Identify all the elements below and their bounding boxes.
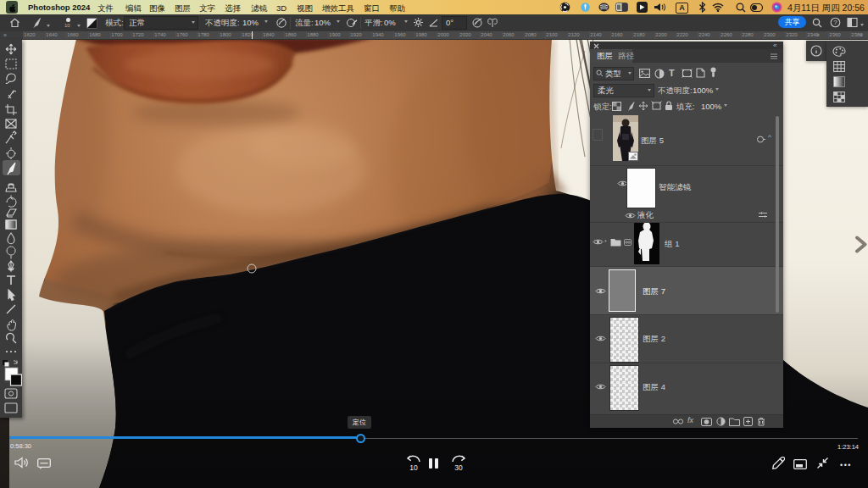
svg-text:?: ? xyxy=(833,19,837,26)
